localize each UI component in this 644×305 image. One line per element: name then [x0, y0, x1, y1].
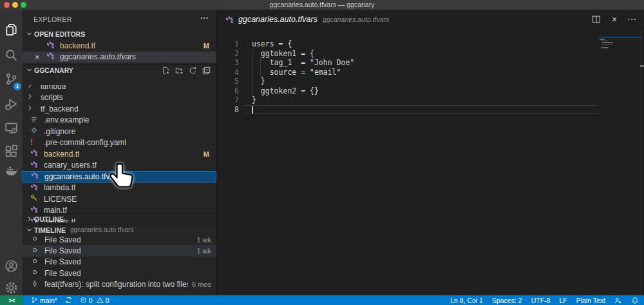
file-label: .env.example [44, 115, 89, 124]
tree-item-lambda[interactable]: lambda [23, 85, 216, 92]
new-file-icon[interactable] [160, 65, 171, 75]
docker-icon [5, 164, 18, 177]
status-encoding[interactable]: UTF-8 [531, 297, 551, 304]
minimap-line [602, 44, 611, 45]
timeline-time: 6 mos [192, 280, 211, 288]
tree-item-tf_backend[interactable]: tf_backend [23, 103, 216, 115]
editor-label: backend.tf [60, 41, 95, 50]
file-label: ggcanaries.auto.tfvars [44, 172, 120, 181]
gitignore-icon [30, 126, 39, 136]
open-editor-ggcanaries.auto.tfvars[interactable]: ×ggcanaries.auto.tfvars [23, 52, 216, 63]
section-header-folder-root[interactable]: GGCANARY [23, 64, 216, 75]
folder-label: tf_backend [41, 104, 79, 113]
terraform-icon [30, 149, 39, 159]
tree-item-.gitignore[interactable]: .gitignore [23, 126, 216, 137]
sidebar-header: EXPLORER ··· [23, 10, 216, 27]
timeline-item[interactable]: File Saved [23, 257, 216, 268]
collapse-all-icon[interactable] [201, 65, 211, 75]
minimap-line [602, 42, 613, 43]
remote-indicator[interactable]: >< [0, 295, 23, 305]
line-number: 1 [217, 39, 239, 49]
status-label: main* [40, 297, 57, 304]
timeline-item[interactable]: feat(tfvars): split configuration into t… [23, 279, 216, 290]
status-label: 0 [106, 297, 109, 304]
split-editor-button[interactable] [591, 14, 601, 25]
activity-item-remote-explorer[interactable] [0, 117, 23, 139]
tree-item-LICENSE[interactable]: LICENSE [23, 193, 216, 205]
sidebar-more-actions-icon[interactable]: ··· [200, 13, 209, 23]
timeline-item[interactable]: File Saved [23, 268, 216, 279]
new-folder-icon[interactable] [174, 65, 184, 75]
status-cursor-position[interactable]: Ln 8, Col 1 [450, 297, 483, 304]
line-number: 3 [217, 58, 239, 68]
status-label: Plain Text [576, 297, 605, 304]
code-editor[interactable]: 1users = {2 ggtoken1 = {3 tag_1 = "John … [217, 29, 644, 295]
env-icon [30, 115, 39, 125]
terraform-icon [31, 172, 40, 181]
minimap-line [601, 41, 608, 42]
tree-item-lambda.tf[interactable]: lambda.tf [23, 182, 216, 194]
branch-icon [31, 297, 38, 304]
search-icon [5, 48, 18, 62]
status-feedback[interactable] [614, 297, 622, 304]
modified-badge: M [204, 42, 209, 50]
refresh-icon[interactable] [187, 65, 198, 75]
chevron-down-icon [24, 29, 34, 39]
status-eol[interactable]: LF [559, 297, 567, 304]
activity-item-search[interactable] [0, 44, 23, 66]
chevron-right-icon [26, 85, 35, 91]
timeline-label: File Saved [44, 257, 188, 266]
close-editor-icon[interactable]: × [35, 52, 40, 63]
section-title: GGCANARY [34, 66, 73, 74]
modified-badge: M [204, 150, 209, 158]
editor-title-bar[interactable]: ggcanaries.auto.tfvars ggcanaries.auto.t… [217, 10, 644, 29]
tree-item-canary_users.tf[interactable]: canary_users.tf [23, 160, 216, 172]
text-cursor [252, 106, 253, 113]
section-header-outline[interactable]: OUTLINE [23, 213, 216, 224]
status-warnings[interactable]: 0 [97, 297, 109, 304]
open-editor-backend.tf[interactable]: backend.tfM [23, 40, 216, 52]
status-sync[interactable] [65, 297, 72, 304]
line-number: 5 [217, 77, 239, 86]
terraform-icon [46, 52, 55, 62]
terraform-icon [225, 15, 234, 24]
activity-item-docker[interactable] [0, 159, 23, 182]
tree-item-backend.tf[interactable]: backend.tfM [23, 148, 216, 160]
overview-ruler-cursor-mark [640, 65, 644, 67]
file-label: .pre-commit-config.yaml [44, 138, 126, 147]
folder-label: lambda [41, 85, 66, 91]
more-actions-button[interactable]: ··· [627, 14, 638, 25]
file-label: lambda.tf [44, 183, 75, 192]
status-git-branch[interactable]: main* [31, 297, 57, 304]
code-line: users = { [252, 39, 292, 49]
code-line: } [252, 77, 265, 86]
sync-icon [65, 297, 72, 304]
status-indentation[interactable]: Spaces: 2 [492, 297, 522, 304]
minimap[interactable] [598, 39, 640, 57]
status-language-mode[interactable]: Plain Text [576, 297, 605, 304]
timeline-list: File Saved1 wkFile Saved1 wkFile SavedFi… [23, 234, 216, 291]
yaml-icon: ! [30, 138, 39, 147]
editor-tab-label[interactable]: ggcanaries.auto.tfvars [238, 15, 317, 24]
code-line: ggtoken2 = {} [252, 86, 319, 96]
close-editor-button[interactable]: × [609, 14, 620, 25]
section-title: OUTLINE [34, 215, 64, 223]
activity-item-accounts[interactable] [0, 255, 23, 277]
section-header-open-editors[interactable]: OPEN EDITORS [23, 28, 216, 39]
tree-item-.pre-commit-config.yaml[interactable]: !.pre-commit-config.yaml [23, 137, 216, 149]
minimap-line [600, 39, 605, 40]
editor-tab-description: ggcanaries.auto.tfvars [323, 15, 389, 23]
timeline-item[interactable]: File Saved1 wk [23, 234, 216, 245]
tree-item-.env.example[interactable]: .env.example [23, 115, 216, 126]
tree-item-ggcanaries.auto.tfvars[interactable]: ggcanaries.auto.tfvars [23, 171, 216, 182]
timeline-time: 1 wk [196, 236, 211, 244]
activity-item-source-control[interactable]: 1 [0, 68, 23, 90]
status-errors[interactable]: 0 [80, 297, 93, 304]
code-line: } [252, 95, 256, 105]
scrollbar-track[interactable] [641, 29, 641, 295]
timeline-item[interactable]: File Saved1 wk [23, 245, 216, 256]
tree-item-scripts[interactable]: scripts [23, 92, 216, 104]
activity-item-run-debug[interactable] [0, 93, 23, 115]
activity-item-explorer[interactable] [0, 19, 23, 41]
status-notifications[interactable] [631, 297, 639, 304]
